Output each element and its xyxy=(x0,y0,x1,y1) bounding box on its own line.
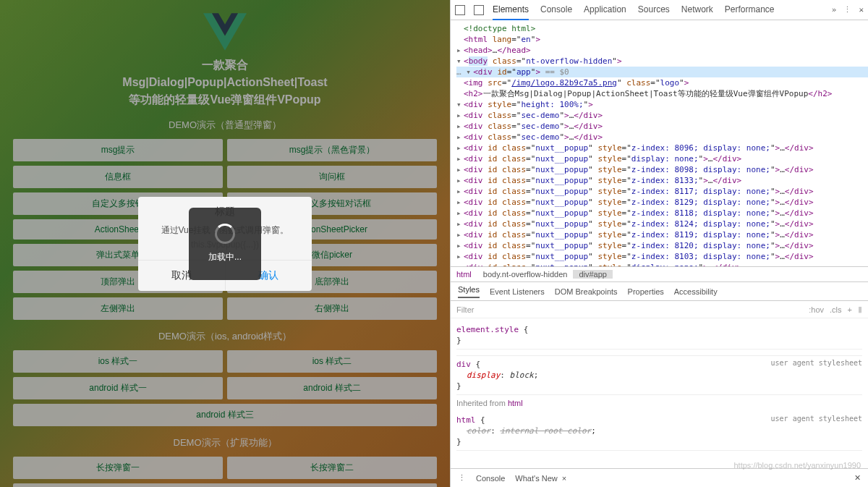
elements-breadcrumb: htmlbody.nt-overflow-hiddendiv#app xyxy=(451,266,868,282)
devtools-toolbar: ElementsConsoleApplicationSourcesNetwork… xyxy=(451,0,868,20)
styles-tab[interactable]: Accessibility xyxy=(674,287,718,296)
inherit-header: Inherited from html xyxy=(456,395,862,412)
dom-line[interactable]: <!doctype html> xyxy=(456,23,868,34)
dom-line[interactable]: ▸<div id class="nuxt__popup" style="z-in… xyxy=(456,251,868,262)
dom-line[interactable]: ▸<div id class="nuxt__popup" style="z-in… xyxy=(456,219,868,229)
devtools-toolbar-right: » ⋮ ✕ xyxy=(832,5,864,14)
styles-subtabs: StylesEvent ListenersDOM BreakpointsProp… xyxy=(451,282,868,301)
css-rule[interactable]: element.style {} xyxy=(456,321,862,350)
styles-tab[interactable]: DOM Breakpoints xyxy=(555,287,618,296)
styles-filter-input[interactable]: Filter xyxy=(456,305,474,314)
styles-tab[interactable]: Properties xyxy=(628,287,664,296)
device-toggle-icon[interactable] xyxy=(474,5,484,15)
dom-line[interactable]: ▸<div id class="nuxt__popup" style="z-in… xyxy=(456,197,868,208)
devtools-tabs: ElementsConsoleApplicationSourcesNetwork… xyxy=(493,0,775,20)
dom-line[interactable]: ▸<div class="sec-demo">…</div> xyxy=(456,110,868,121)
app-preview-pane: 一款聚合 Msg|Dialog|Popup|ActionSheet|Toast … xyxy=(0,0,450,487)
spinner-icon xyxy=(215,224,235,244)
styles-rules[interactable]: element.style {}</span><span class='sele… xyxy=(451,318,868,468)
dom-line[interactable]: ▸<div id class="nuxt__popup" style="z-in… xyxy=(456,208,868,219)
dom-line[interactable]: <html lang="en"> xyxy=(456,34,868,45)
dom-line[interactable]: ▸<div id class="nuxt__popup" style="disp… xyxy=(456,153,868,164)
devtools-tab-console[interactable]: Console xyxy=(540,0,572,20)
loading-toast: 加载中... xyxy=(189,208,261,280)
dialog-overlay[interactable]: 标题 通过Vue挂载，函数式调用弹窗。 this.$vpopup({...}) … xyxy=(0,0,450,487)
dom-line[interactable]: ▸<div id class="nuxt__popup" style="z-in… xyxy=(456,143,868,153)
toast-text: 加载中... xyxy=(208,251,242,263)
watermark: https://blog.csdn.net/yanxinyun1990 xyxy=(733,461,861,470)
drawer-close-icon[interactable]: ✕ xyxy=(854,473,861,483)
devtools-drawer: ⋮ ConsoleWhat's New× ✕ xyxy=(451,468,868,487)
breadcrumb-item[interactable]: html xyxy=(451,270,477,279)
filter-handle-icon[interactable]: ▮ xyxy=(858,305,862,314)
filter-option-hov[interactable]: :hov xyxy=(809,305,824,314)
dom-line[interactable]: ▸<div id class="nuxt__popup" style="z-in… xyxy=(456,175,868,186)
elements-dom-tree[interactable]: <!doctype html> <html lang="en"> ▸<head>… xyxy=(451,20,868,266)
dom-line[interactable]: ▸<div id class="nuxt__popup" style="z-in… xyxy=(456,240,868,251)
dom-line[interactable]: ▸<head>…</head> xyxy=(456,45,868,56)
css-rule[interactable]: user agent stylesheetdiv {display: block… xyxy=(456,356,862,395)
css-rule[interactable]: user agent stylesheethtml {color: intern… xyxy=(456,412,862,451)
dom-line[interactable]: ▸<div class="sec-demo">…</div> xyxy=(456,121,868,132)
devtools-tab-application[interactable]: Application xyxy=(584,0,626,20)
dom-line[interactable]: … ▾<div id="app"> == $0 xyxy=(456,67,868,77)
devtools-tab-network[interactable]: Network xyxy=(681,0,713,20)
filter-option-[interactable]: + xyxy=(848,305,852,314)
drawer-tab[interactable]: Console xyxy=(476,474,505,483)
devtools-tab-performance[interactable]: Performance xyxy=(725,0,775,20)
dom-line[interactable]: ▾<body class="nt-overflow-hidden"> xyxy=(456,56,868,67)
dom-line[interactable]: <img src="/img/logo.82b9c7a5.png" class=… xyxy=(456,77,868,88)
drawer-tab-close-icon[interactable]: × xyxy=(562,474,566,483)
drawer-tab[interactable]: What's New xyxy=(515,474,557,483)
close-devtools-icon[interactable]: ✕ xyxy=(859,5,864,14)
styles-tab[interactable]: Event Listeners xyxy=(490,287,545,296)
dom-line[interactable]: ▸<div id class="nuxt__popup" style="z-in… xyxy=(456,229,868,240)
kebab-menu-icon[interactable]: ⋮ xyxy=(843,5,851,14)
more-tabs-icon[interactable]: » xyxy=(832,5,837,14)
dom-line[interactable]: ▸<div id class="nuxt__popup" style="z-in… xyxy=(456,186,868,197)
devtools-tab-elements[interactable]: Elements xyxy=(493,0,529,20)
filter-option-cls[interactable]: .cls xyxy=(830,305,842,314)
breadcrumb-item[interactable]: div#app xyxy=(573,270,613,279)
drawer-menu-icon[interactable]: ⋮ xyxy=(458,473,466,483)
inspect-icon[interactable] xyxy=(455,5,465,15)
breadcrumb-item[interactable]: body.nt-overflow-hidden xyxy=(477,270,574,279)
dom-line[interactable]: ▾<div style="height: 100%;"> xyxy=(456,99,868,110)
devtools-panel: ElementsConsoleApplicationSourcesNetwork… xyxy=(450,0,868,487)
dom-line[interactable]: ▸<div class="sec-demo">…</div> xyxy=(456,132,868,143)
dom-line[interactable]: <h2>一款聚合Msg|Dialog|Popup|ActionSheet|Toa… xyxy=(456,88,868,99)
dom-line[interactable]: ▸<div id class="nuxt__popup" style="z-in… xyxy=(456,164,868,175)
styles-tab[interactable]: Styles xyxy=(458,285,480,298)
css-rule[interactable]: </span><span class='selector'>#app</span… xyxy=(456,350,862,356)
styles-filter-row: Filter :hov.cls+▮ xyxy=(451,301,868,318)
devtools-tab-sources[interactable]: Sources xyxy=(638,0,670,20)
